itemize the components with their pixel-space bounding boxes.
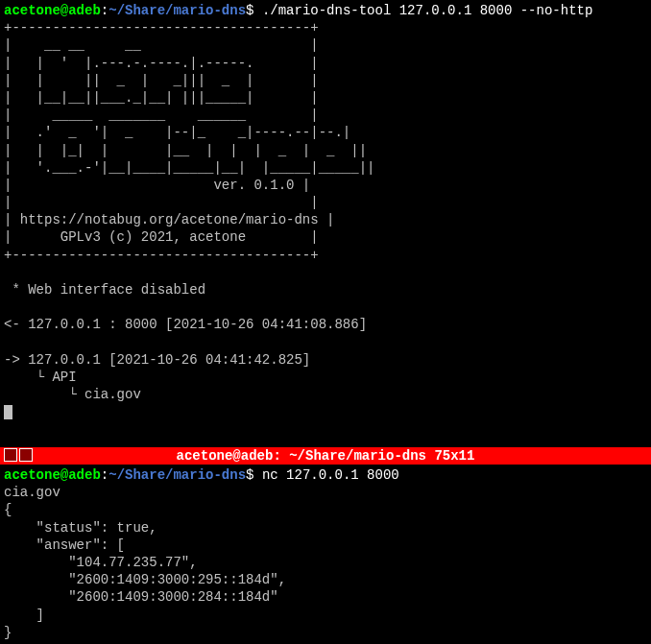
prompt-sep: : bbox=[101, 467, 108, 483]
output-line: cia.gov bbox=[4, 485, 60, 500]
prompt-tilde: ~ bbox=[108, 467, 116, 483]
titlebar-text: acetone@adeb: ~/Share/mario-dns 75x11 bbox=[177, 448, 475, 464]
host-line: └ cia.gov bbox=[4, 387, 141, 402]
titlebar-icons bbox=[4, 448, 33, 462]
output-line: { bbox=[4, 502, 12, 517]
terminal-pane-bottom[interactable]: acetone@adeb:~/Share/mario-dns$ nc 127.0… bbox=[0, 465, 651, 642]
prompt-tilde: ~ bbox=[108, 3, 116, 18]
command-bottom: nc 127.0.0.1 8000 bbox=[262, 467, 399, 483]
output-line: } bbox=[4, 625, 12, 640]
prompt-dollar: $ bbox=[246, 3, 262, 18]
output-line: "104.77.235.77", bbox=[4, 555, 198, 570]
sep-line: +-------------------------------------+ bbox=[4, 248, 319, 263]
url-line: | https://notabug.org/acetone/mario-dns … bbox=[4, 212, 334, 227]
terminal-pane-top[interactable]: acetone@adeb:~/Share/mario-dns$ ./mario-… bbox=[0, 0, 651, 447]
output-line: "answer": [ bbox=[4, 537, 125, 553]
gpl-line: | GPLv3 (c) 2021, acetone | bbox=[4, 229, 319, 245]
output-line: "2600:1409:3000:284::184d" bbox=[4, 589, 278, 605]
ascii-art: +-------------------------------------+ … bbox=[4, 20, 374, 210]
output-line: ] bbox=[4, 608, 44, 623]
bind-line: <- 127.0.0.1 : 8000 [2021-10-26 04:41:08… bbox=[4, 317, 367, 332]
window-icon bbox=[19, 448, 33, 462]
cursor-icon bbox=[4, 405, 12, 419]
tmux-titlebar: acetone@adeb: ~/Share/mario-dns 75x11 bbox=[0, 447, 651, 465]
prompt-user-host: acetone@adeb bbox=[4, 3, 101, 18]
prompt-dollar: $ bbox=[246, 467, 262, 483]
web-disabled: * Web interface disabled bbox=[4, 282, 205, 298]
prompt-path: /Share/mario-dns bbox=[117, 467, 246, 483]
prompt-user-host: acetone@adeb bbox=[4, 467, 101, 483]
prompt-path: /Share/mario-dns bbox=[117, 3, 246, 18]
output-line: "status": true, bbox=[4, 520, 157, 536]
req-line: -> 127.0.0.1 [2021-10-26 04:41:42.825] bbox=[4, 352, 310, 368]
window-icon bbox=[4, 448, 17, 462]
output-line: "2600:1409:3000:295::184d", bbox=[4, 572, 286, 587]
prompt-sep: : bbox=[101, 3, 108, 18]
api-line: └ API bbox=[4, 370, 77, 385]
command-top: ./mario-dns-tool 127.0.0.1 8000 --no-htt… bbox=[262, 3, 592, 18]
